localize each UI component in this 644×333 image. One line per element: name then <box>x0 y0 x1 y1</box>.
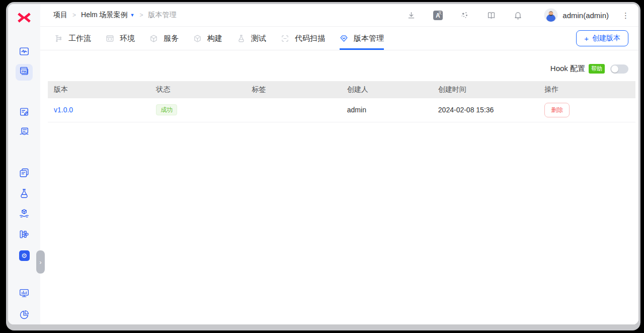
tab-label: 环境 <box>120 34 135 43</box>
tab-code-scan[interactable]: 代码扫描 <box>281 27 325 50</box>
translate-secondary: 文 <box>438 11 442 15</box>
translate-icon[interactable]: A 文 <box>433 10 443 20</box>
settings-gear-icon: ⚙ <box>19 250 30 261</box>
create-version-button[interactable]: + 创建版本 <box>576 30 628 46</box>
breadcrumb-project-select[interactable]: Helm 场景案例▼ <box>81 11 134 20</box>
tab-environments[interactable]: 环境 <box>106 27 135 50</box>
main-area: 项目 > Helm 场景案例▼ > 版本管理 A 文 <box>40 4 638 324</box>
col-status: 状态 <box>150 81 246 98</box>
sidebar-item-tests[interactable] <box>16 186 33 203</box>
edit-document-icon <box>19 106 30 119</box>
help-badge[interactable]: 帮助 <box>589 64 605 74</box>
tab-label: 版本管理 <box>354 34 384 43</box>
tab-services[interactable]: 服务 <box>149 27 179 50</box>
sidebar-item-settings[interactable]: ⚙ <box>16 247 33 264</box>
col-actions: 操作 <box>538 81 635 98</box>
pm-label: PM <box>22 70 26 73</box>
breadcrumb-project-name: Helm 场景案例 <box>81 11 128 19</box>
breadcrumb-separator: > <box>140 12 143 19</box>
plus-icon: + <box>584 35 589 42</box>
versions-table: 版本 状态 标签 创建人 创建时间 操作 v1.0.0 成功 <box>48 81 635 122</box>
test-flask-icon <box>237 34 246 43</box>
chevron-right-icon: › <box>39 258 41 266</box>
col-tag: 标签 <box>246 81 341 98</box>
user-avatar[interactable] <box>544 8 558 22</box>
tab-workflows[interactable]: 工作流 <box>54 27 91 50</box>
col-created-at: 创建时间 <box>432 81 538 98</box>
col-version: 版本 <box>48 81 150 98</box>
flask-icon <box>19 188 30 201</box>
creator-cell: admin <box>341 98 432 122</box>
sidebar: PM <box>8 4 40 324</box>
release-gem-icon <box>340 34 348 43</box>
delete-button[interactable]: 删除 <box>544 103 570 117</box>
project-tab-bar: 工作流 环境 <box>40 27 638 50</box>
sidebar-item-dashboard[interactable] <box>16 44 33 61</box>
logo-x-icon <box>17 12 32 26</box>
pie-chart-icon <box>19 309 30 322</box>
col-creator: 创建人 <box>341 81 432 98</box>
build-cube-icon <box>193 34 202 43</box>
tree-structure-icon <box>19 229 30 242</box>
hook-config-row: Hook 配置 帮助 <box>40 64 628 74</box>
tab-label: 工作流 <box>68 34 91 43</box>
user-name[interactable]: admin(admin) <box>562 11 609 20</box>
sidebar-item-projects[interactable]: PM <box>16 64 33 81</box>
breadcrumb-projects[interactable]: 项目 <box>53 11 67 20</box>
notifications-bell-icon[interactable] <box>513 10 523 20</box>
tab-tests[interactable]: 测试 <box>237 27 266 50</box>
tab-version-management[interactable]: 版本管理 <box>340 27 384 50</box>
sidebar-item-statistics[interactable] <box>16 286 33 303</box>
sidebar-item-templates[interactable] <box>16 165 33 182</box>
workflow-icon <box>54 34 63 43</box>
tab-builds[interactable]: 构建 <box>193 27 222 50</box>
tab-label: 代码扫描 <box>295 34 325 43</box>
sidebar-collapse-handle[interactable]: › <box>36 250 45 274</box>
monitor-stats-icon <box>19 288 30 301</box>
breadcrumb-current: 版本管理 <box>148 11 177 20</box>
scan-brackets-icon <box>281 34 289 43</box>
docs-book-icon[interactable] <box>486 10 496 20</box>
tab-label: 服务 <box>164 34 179 43</box>
breadcrumb-separator: > <box>72 12 76 19</box>
topbar-actions: A 文 <box>389 8 629 22</box>
app-window: PM <box>8 4 638 324</box>
content-area: Hook 配置 帮助 版本 状态 <box>40 50 638 324</box>
env-window-icon <box>106 34 114 43</box>
breadcrumb: 项目 > Helm 场景案例▼ > 版本管理 <box>53 11 177 20</box>
caret-down-icon: ▼ <box>130 13 135 18</box>
sidebar-item-release-plan[interactable] <box>16 104 33 121</box>
pulse-monitor-icon <box>19 46 30 59</box>
hook-config-label: Hook 配置 <box>550 64 585 74</box>
translate-badge: A 文 <box>433 11 443 20</box>
sidebar-item-delivery-docs[interactable] <box>16 125 33 142</box>
version-link[interactable]: v1.0.0 <box>54 106 73 114</box>
app-logo[interactable] <box>17 12 32 26</box>
created-at-cell: 2024-02-08 15:36 <box>432 98 538 122</box>
cluster-dots-icon[interactable] <box>459 10 469 20</box>
table-row: v1.0.0 成功 admin 2024-02-08 15:36 删除 <box>48 98 635 122</box>
status-badge: 成功 <box>156 104 177 115</box>
tab-label: 测试 <box>251 34 266 43</box>
top-bar: 项目 > Helm 场景案例▼ > 版本管理 A 文 <box>40 4 638 27</box>
table-header-row: 版本 状态 标签 创建人 创建时间 操作 <box>48 81 635 98</box>
service-cube-icon <box>149 34 158 43</box>
template-stack-icon <box>19 167 30 180</box>
document-hand-icon <box>19 126 30 140</box>
hook-toggle[interactable] <box>610 64 628 74</box>
create-version-label: 创建版本 <box>592 34 620 43</box>
kebab-menu-icon[interactable]: ⋮ <box>622 12 629 19</box>
download-icon[interactable] <box>406 10 416 20</box>
sidebar-item-business-directory[interactable] <box>16 227 33 244</box>
box-in-hands-icon <box>19 208 30 221</box>
tag-cell <box>246 98 341 122</box>
tab-label: 构建 <box>207 34 222 43</box>
window-frame: PM <box>6 2 640 330</box>
sidebar-item-insights[interactable] <box>16 307 33 324</box>
sidebar-item-delivery-center[interactable] <box>16 206 33 223</box>
project-pm-icon: PM <box>19 65 30 79</box>
